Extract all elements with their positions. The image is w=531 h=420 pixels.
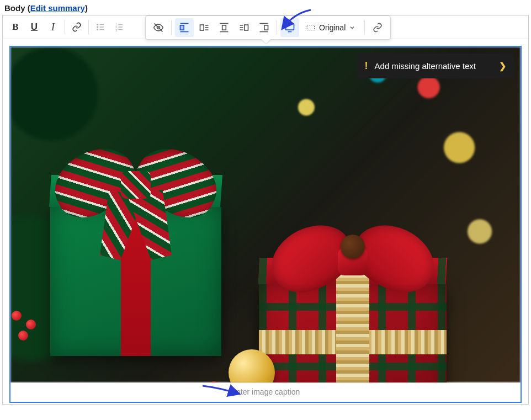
toolbar-divider: [65, 20, 65, 34]
image-contextual-toolbar: Original: [145, 15, 391, 40]
toolbar-divider: [364, 20, 365, 35]
align-break-right-button[interactable]: [254, 18, 273, 37]
italic-button[interactable]: I: [44, 18, 62, 36]
svg-rect-18: [200, 25, 204, 30]
alt-text-banner-label: Add missing alternative text: [375, 61, 476, 71]
chevron-right-icon: ❯: [499, 61, 506, 71]
editor-frame: B U I 123: [2, 15, 529, 405]
underline-icon: U: [31, 22, 38, 33]
italic-icon: I: [51, 22, 55, 33]
resize-custom-icon: [306, 23, 316, 33]
toolbar-divider: [171, 20, 172, 35]
link-button[interactable]: [67, 18, 86, 36]
align-center-icon: [219, 22, 230, 33]
bullet-list-button[interactable]: [91, 18, 110, 36]
resize-dropdown-label: Original: [319, 23, 346, 32]
toolbar-divider: [88, 20, 89, 34]
chevron-down-icon: [349, 24, 355, 31]
align-right-button[interactable]: [235, 18, 253, 37]
svg-rect-25: [245, 25, 248, 30]
svg-text:3: 3: [115, 29, 117, 32]
bold-icon: B: [12, 22, 18, 33]
bullet-list-icon: [95, 22, 105, 32]
caption-area[interactable]: [10, 382, 521, 402]
main-toolbar: B U I 123: [3, 15, 528, 39]
align-break-left-icon: [179, 22, 190, 33]
svg-rect-32: [286, 24, 294, 30]
monitor-icon: [284, 22, 295, 33]
editor-content-area[interactable]: ! Add missing alternative text ❯: [3, 39, 528, 404]
svg-rect-14: [180, 25, 184, 30]
link-icon: [373, 23, 383, 33]
align-break-left-button[interactable]: [175, 18, 194, 37]
eye-off-icon: [153, 22, 164, 33]
svg-rect-22: [222, 25, 226, 30]
resize-full-width-button[interactable]: [280, 18, 299, 37]
align-left-button[interactable]: [195, 18, 214, 37]
bold-button[interactable]: B: [6, 18, 25, 36]
image-link-button[interactable]: [368, 18, 387, 37]
image-widget[interactable]: ! Add missing alternative text ❯: [9, 46, 522, 403]
embedded-image[interactable]: ! Add missing alternative text ❯: [10, 47, 521, 382]
caption-input[interactable]: [14, 387, 517, 396]
svg-rect-29: [264, 25, 268, 30]
toggle-caption-button[interactable]: [149, 18, 168, 37]
svg-point-1: [97, 26, 98, 28]
align-left-icon: [199, 22, 210, 33]
numbered-list-icon: 123: [114, 22, 124, 32]
edit-summary-link[interactable]: Edit summary: [30, 3, 85, 13]
svg-point-0: [97, 24, 98, 25]
field-label-text: Body: [4, 3, 25, 13]
alt-text-banner[interactable]: ! Add missing alternative text ❯: [357, 54, 514, 78]
svg-point-2: [97, 29, 98, 30]
warning-icon: !: [365, 60, 368, 72]
align-break-right-icon: [258, 22, 269, 33]
svg-rect-34: [307, 25, 315, 30]
numbered-list-button[interactable]: 123: [110, 18, 129, 36]
toolbar-divider: [277, 20, 277, 35]
align-right-icon: [238, 22, 249, 33]
resize-dropdown[interactable]: Original: [300, 19, 361, 36]
link-icon: [72, 22, 82, 32]
align-center-button[interactable]: [215, 18, 233, 37]
underline-button[interactable]: U: [25, 18, 44, 36]
field-label: Body (Edit summary): [2, 2, 529, 15]
